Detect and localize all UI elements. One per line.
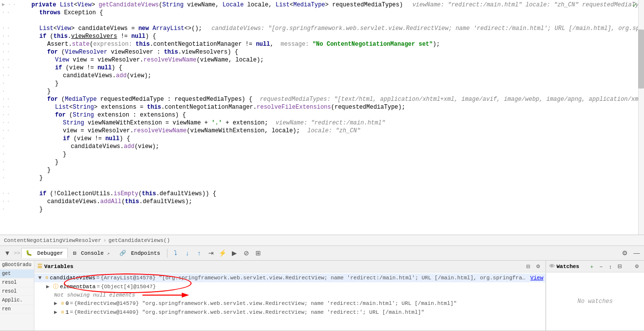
add-watch-btn[interactable]: + [588, 262, 596, 271]
panel-toolbar: ▼ >> 🐛 Debugger ⊡ Console ↗ 🔗 Endpoints … [0, 246, 644, 261]
tab-console[interactable]: ⊡ Console ↗ [69, 248, 114, 258]
console-icon: ⊡ [73, 250, 77, 256]
expand-icon-1[interactable]: ▶ [54, 308, 61, 316]
code-line: ·· candidateViews.add(view); [0, 72, 644, 80]
variable-row-1[interactable]: ▶ ≡ 1 = {RedirectView@14409} "org.spring… [34, 308, 545, 317]
tab-endpoints[interactable]: 🔗 Endpoints [115, 248, 165, 258]
code-line: · candidateViews.add(view); [0, 143, 644, 150]
svg-marker-1 [182, 293, 189, 298]
code-line: · } [0, 80, 644, 88]
remove-watch-btn[interactable]: − [597, 262, 606, 271]
step-over-btn[interactable]: ⤵ [170, 248, 181, 259]
expand-icon-candidateviews[interactable]: ▼ [38, 274, 45, 282]
resume-btn[interactable]: ▶ [229, 248, 240, 259]
code-line: · } [0, 150, 644, 158]
evaluate-btn[interactable]: ⚡ [217, 248, 228, 259]
code-line: · if (view != null) { [0, 135, 644, 143]
line-gutter: · [2, 174, 31, 182]
settings-btn[interactable]: ⚙ [619, 248, 630, 259]
watches-toolbar-buttons: + − ↕ ⊟ [588, 262, 624, 271]
code-line: ·· String viewNameWithExtension = viewNa… [0, 119, 644, 127]
sidebar-item-2[interactable]: resol [0, 278, 34, 287]
variable-row-elementdata[interactable]: ▶ ⓘ elementData = {Object[4]@15047} [34, 282, 545, 291]
sidebar-item-4[interactable]: Applic. [0, 296, 34, 305]
line-gutter: ·· [2, 9, 31, 17]
breadcrumb-class[interactable]: ContentNegotiatingViewResolver [4, 238, 101, 243]
variables-icon: ☰ [37, 263, 42, 270]
watches-header: 👁 Watches + − ↕ ⊟ ⚙ [546, 261, 644, 272]
watches-pane: 👁 Watches + − ↕ ⊟ ⚙ No watches [546, 261, 644, 331]
line-gutter: ·· [2, 32, 31, 40]
line-gutter: ·· [2, 190, 31, 198]
panel-sidebar: gBootGradu get resol resol Applic. ren [0, 261, 34, 331]
line-gutter: ·· [2, 64, 31, 72]
code-line: ·· View view = viewResolver.resolveViewN… [0, 56, 644, 64]
restore-layout-btn[interactable]: ⊞ [252, 248, 263, 259]
vertical-scrollbar[interactable] [638, 0, 644, 235]
mute-btn[interactable]: ⊘ [241, 248, 252, 259]
line-gutter: ·· [2, 48, 31, 56]
line-gutter: ·· [2, 103, 31, 111]
panel-toggle-btn[interactable]: ▼ [2, 248, 13, 259]
code-line: ·· view = viewResolver.resolveViewName(v… [0, 127, 644, 135]
sidebar-item-3[interactable]: resol [0, 287, 34, 296]
line-gutter: ·· [2, 25, 31, 32]
code-line: ·· for (ViewResolver viewResolver : this… [0, 48, 644, 56]
breadcrumb-method[interactable]: getCandidateViews() [109, 238, 170, 243]
line-gutter: ·· [2, 198, 31, 206]
line-gutter: · [2, 135, 31, 143]
panel-right-buttons: ⚙ — [619, 248, 642, 259]
code-line: ·· List<View> candidateViews = new Array… [0, 25, 644, 32]
code-line: · } [0, 166, 644, 174]
code-line: ·· candidateViews.addAll(this.defaultVie… [0, 198, 644, 206]
sort-watch-btn[interactable]: ↕ [606, 262, 615, 271]
code-line [0, 182, 644, 190]
code-line: ·· if (!CollectionUtils.isEmpty(this.def… [0, 190, 644, 198]
line-gutter: · [2, 166, 31, 174]
expand-icon-0[interactable]: ▶ [54, 300, 61, 307]
line-gutter: ·· [2, 56, 31, 64]
step-out-btn[interactable]: ↑ [194, 248, 204, 259]
var-icon-0: ≡ [61, 300, 64, 307]
line-gutter: · [2, 143, 31, 150]
line-gutter: ·· [2, 127, 31, 135]
variable-row-candidateviews[interactable]: ▼ ≡ candidateViews = {ArrayList@14578} "… [34, 273, 545, 282]
code-line: ·· throws Exception { [0, 9, 644, 17]
code-line: ·· for (MediaType requestedMediaType : r… [0, 95, 644, 103]
variables-header-buttons: ⊟ ⚙ [524, 262, 542, 271]
variables-settings-btn[interactable]: ⚙ [533, 262, 542, 271]
line-gutter: ·· [2, 40, 31, 48]
tab-debugger[interactable]: 🐛 Debugger [21, 248, 67, 258]
sidebar-item-0[interactable]: gBootGradu [0, 261, 34, 270]
watches-settings-btn[interactable]: ⚙ [632, 262, 641, 271]
code-line: ·· if (view != null) { [0, 64, 644, 72]
view-link-candidateviews[interactable]: View [531, 274, 543, 282]
expand-icon-elementdata[interactable]: ▶ [46, 283, 53, 291]
breadcrumb: ContentNegotiatingViewResolver › getCand… [0, 235, 644, 246]
step-into-btn[interactable]: ↓ [182, 248, 193, 259]
code-line: ·· List<String> extensions = this.conten… [0, 103, 644, 111]
minimize-btn[interactable]: — [631, 248, 642, 259]
line-gutter: · [2, 80, 31, 88]
line-gutter: · [2, 158, 31, 166]
var-icon-candidateviews: ≡ [45, 274, 49, 282]
line-gutter: ·· [2, 72, 31, 80]
not-showing-notice: Not showing null elements [34, 291, 545, 299]
sidebar-item-5[interactable]: ren [0, 305, 34, 314]
variables-label: Variables [44, 264, 73, 270]
line-gutter: · [2, 206, 31, 213]
panel-body: gBootGradu get resol resol Applic. ren ☰… [0, 261, 644, 331]
collapse-watch-btn[interactable]: ⊟ [616, 262, 624, 271]
endpoints-icon: 🔗 [119, 250, 126, 256]
variable-row-0[interactable]: ▶ ≡ 0 = {RedirectView@14579} "org.spring… [34, 299, 545, 308]
run-to-cursor-btn[interactable]: ⇥ [205, 248, 216, 259]
variables-header: ☰ Variables ⊟ ⚙ [34, 261, 545, 272]
line-gutter: ·· [2, 111, 31, 119]
sidebar-item-1[interactable]: get [0, 270, 34, 278]
watches-icon: 👁 [549, 263, 555, 270]
line-gutter: · [2, 88, 31, 95]
line-gutter: ·· [2, 119, 31, 127]
breadcrumb-separator: › [103, 238, 107, 243]
collapse-all-btn[interactable]: ⊟ [524, 262, 532, 271]
code-line: ·· if (this.viewResolvers != null) { [0, 32, 644, 40]
